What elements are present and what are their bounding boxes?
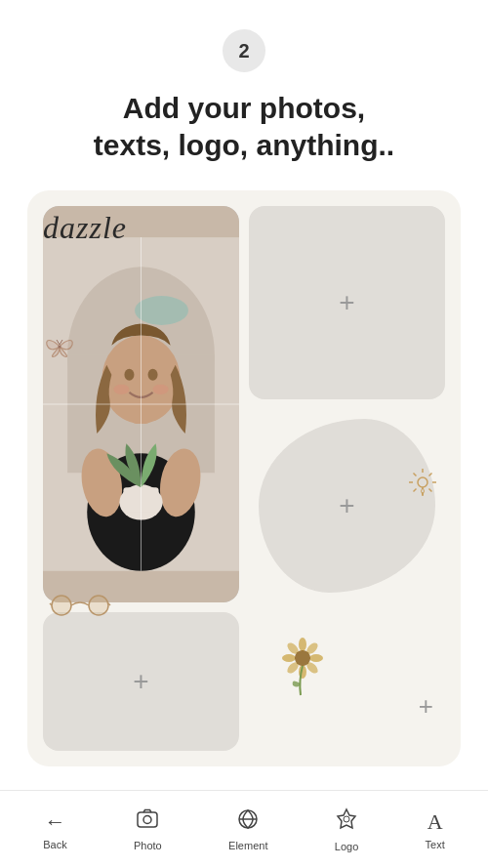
nav-logo-button[interactable]: Logo (319, 800, 374, 860)
text-icon: A (427, 809, 443, 835)
svg-line-11 (414, 489, 417, 492)
svg-point-0 (59, 346, 61, 349)
nav-element-button[interactable]: Element (213, 801, 283, 859)
svg-point-35 (124, 369, 134, 381)
svg-point-34 (102, 336, 180, 424)
nav-text-button[interactable]: A Text (410, 802, 461, 858)
butterfly-decoration (41, 327, 78, 371)
photo-icon (137, 808, 158, 836)
bottom-left-cell[interactable]: + (43, 612, 239, 751)
nav-back-button[interactable]: ← Back (27, 802, 82, 858)
svg-point-16 (299, 638, 306, 651)
nav-photo-label: Photo (134, 840, 162, 851)
svg-point-22 (282, 654, 296, 662)
nav-back-label: Back (43, 839, 66, 850)
right-top-cell[interactable]: + (249, 206, 445, 399)
svg-point-3 (418, 477, 427, 487)
svg-point-38 (153, 385, 169, 394)
add-photo-icon-3: + (133, 666, 148, 697)
back-icon: ← (44, 809, 65, 835)
canvas-area: dazzle (27, 190, 461, 766)
bottom-right-cell[interactable]: + (249, 612, 445, 751)
add-photo-icon-2: + (339, 490, 354, 521)
svg-point-24 (295, 650, 310, 666)
glasses-decoration (47, 590, 113, 622)
nav-logo-label: Logo (335, 841, 358, 852)
page-heading: Add your photos, texts, logo, anything.. (39, 90, 449, 163)
add-photo-icon: + (339, 287, 354, 318)
svg-point-37 (113, 385, 129, 394)
svg-line-8 (414, 474, 417, 476)
svg-line-10 (429, 474, 432, 476)
svg-point-13 (89, 596, 108, 615)
step-number: 2 (223, 29, 265, 72)
bottom-navigation: ← Back Photo Element (0, 790, 488, 868)
nav-element-label: Element (228, 840, 267, 851)
photo-grid: + + + + (27, 190, 461, 766)
teal-blob-decoration (135, 296, 188, 325)
nav-photo-button[interactable]: Photo (118, 801, 178, 859)
logo-icon (335, 807, 358, 837)
svg-point-45 (344, 816, 349, 822)
svg-point-12 (52, 596, 71, 615)
svg-point-18 (309, 654, 323, 662)
add-photo-icon-4: + (419, 691, 433, 722)
nav-text-label: Text (426, 839, 445, 850)
dazzle-text-overlay: dazzle (43, 210, 127, 246)
sunflower-decoration (281, 637, 324, 713)
sun-decoration (404, 464, 441, 507)
svg-point-36 (148, 369, 158, 381)
svg-line-9 (429, 489, 432, 492)
svg-point-42 (143, 815, 151, 823)
svg-rect-32 (123, 487, 158, 512)
svg-rect-41 (138, 812, 157, 827)
element-icon (237, 808, 259, 836)
main-photo-cell[interactable] (43, 206, 239, 602)
